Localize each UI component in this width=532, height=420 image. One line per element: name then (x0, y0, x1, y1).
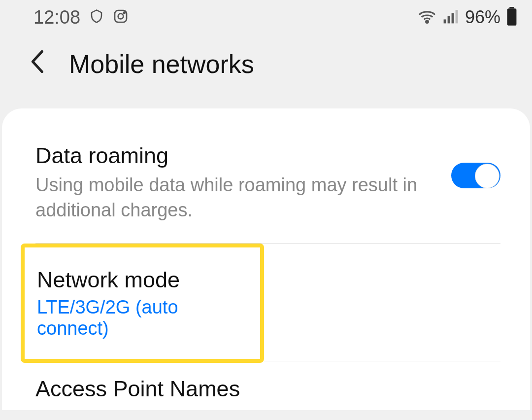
svg-point-2 (124, 12, 125, 13)
network-mode-title: Network mode (37, 267, 245, 293)
signal-icon (442, 8, 459, 26)
page-title: Mobile networks (69, 49, 254, 79)
data-roaming-subtitle: Using mobile data while roaming may resu… (35, 173, 436, 223)
data-roaming-toggle[interactable] (451, 163, 500, 188)
setting-apn[interactable]: Access Point Names (2, 361, 530, 420)
svg-rect-8 (509, 7, 514, 8)
battery-percent: 96% (465, 7, 500, 28)
content-card: Data roaming Using mobile data while roa… (2, 108, 530, 410)
data-roaming-title: Data roaming (35, 143, 436, 169)
shield-icon (89, 8, 104, 26)
status-left: 12:08 (33, 7, 129, 28)
status-right: 96% (418, 7, 517, 28)
svg-rect-6 (452, 13, 454, 24)
svg-point-3 (426, 21, 429, 23)
instagram-icon (113, 8, 129, 26)
apn-title: Access Point Names (35, 376, 500, 402)
svg-rect-4 (444, 19, 446, 23)
svg-rect-5 (448, 16, 450, 23)
wifi-icon (418, 8, 436, 26)
status-bar: 12:08 (0, 0, 532, 35)
setting-network-mode[interactable]: Network mode LTE/3G/2G (auto connect) (21, 244, 264, 363)
svg-rect-7 (456, 10, 458, 23)
page-header: Mobile networks (0, 35, 532, 108)
back-button[interactable] (30, 50, 44, 79)
battery-icon (506, 7, 517, 28)
setting-data-roaming[interactable]: Data roaming Using mobile data while roa… (2, 128, 530, 243)
network-mode-value: LTE/3G/2G (auto connect) (37, 297, 245, 339)
svg-rect-9 (507, 8, 517, 26)
svg-point-1 (118, 14, 124, 19)
status-time: 12:08 (33, 7, 80, 28)
